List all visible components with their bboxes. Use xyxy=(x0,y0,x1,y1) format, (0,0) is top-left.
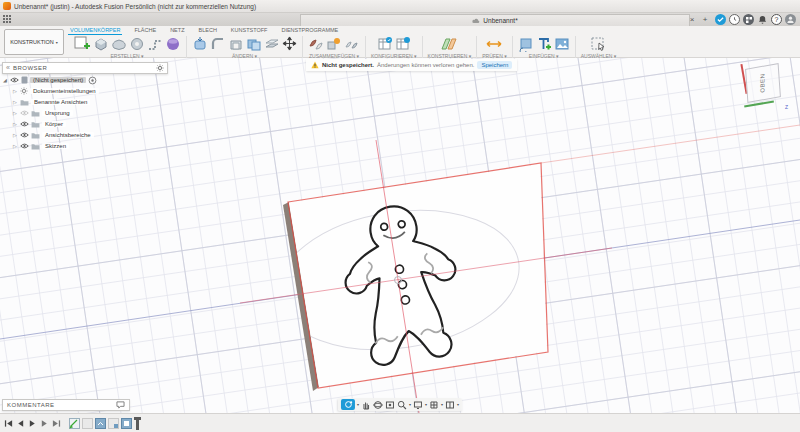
expander-icon[interactable]: ◢ xyxy=(2,77,8,83)
tab-blech[interactable]: BLECH xyxy=(197,26,219,35)
as-built-joint-icon[interactable] xyxy=(344,36,360,52)
history-clock-icon[interactable] xyxy=(729,14,740,25)
browser-item-label[interactable]: Ansichtsbereiche xyxy=(42,132,94,138)
create-sketch-icon[interactable] xyxy=(73,35,91,52)
free-orbit-icon[interactable] xyxy=(373,400,383,410)
save-button[interactable]: Speichern xyxy=(477,61,512,69)
gingerbread-left-eye[interactable] xyxy=(380,223,388,231)
browser-item-label[interactable]: Skizzen xyxy=(42,143,69,149)
joint-icon[interactable] xyxy=(326,36,342,52)
go-to-end-icon[interactable] xyxy=(52,419,61,428)
pipe-icon[interactable] xyxy=(147,36,163,52)
shell-icon[interactable] xyxy=(228,36,244,52)
visibility-eye-icon[interactable] xyxy=(20,121,29,127)
visibility-eye-icon[interactable] xyxy=(20,132,29,138)
fillet-icon[interactable] xyxy=(210,36,226,52)
data-panel-toggle-icon[interactable] xyxy=(3,15,13,24)
tab-kunststoff[interactable]: KUNSTSTOFF xyxy=(229,26,270,35)
close-tab-icon[interactable]: × xyxy=(686,15,698,24)
grid-snap-icon[interactable] xyxy=(429,400,439,410)
expander-icon[interactable]: ▷ xyxy=(12,132,18,138)
press-pull-icon[interactable] xyxy=(192,36,208,52)
offset-face-icon[interactable] xyxy=(264,36,280,52)
expander-icon[interactable]: ▷ xyxy=(12,88,18,94)
browser-item-ansichtsbereiche[interactable]: ▷ Ansichtsbereiche xyxy=(2,130,168,140)
tab-volumenkoerper[interactable]: VOLUMENKÖRPER xyxy=(68,26,122,35)
caret-down-icon[interactable]: ▾ xyxy=(441,402,443,407)
zoom-magnifier-icon[interactable] xyxy=(397,400,407,410)
document-tab[interactable]: Unbenannt* xyxy=(300,14,690,26)
insert-image-icon[interactable] xyxy=(554,36,570,52)
select-icon[interactable] xyxy=(590,36,607,52)
expander-icon[interactable]: ▷ xyxy=(12,110,18,116)
timeline-sketch-feature[interactable] xyxy=(69,418,80,429)
collapse-panel-icon[interactable]: « xyxy=(6,63,10,73)
coil-icon[interactable] xyxy=(129,36,145,52)
create-form-icon[interactable] xyxy=(165,36,181,52)
tab-dienstprogramme[interactable]: DIENSTPROGRAMME xyxy=(279,26,340,35)
browser-settings-gear-icon[interactable] xyxy=(156,64,164,72)
combine-icon[interactable] xyxy=(246,36,262,52)
timeline-extrude-feature[interactable] xyxy=(95,418,106,429)
expander-icon[interactable]: ▷ xyxy=(12,121,18,127)
step-forward-icon[interactable] xyxy=(40,419,49,428)
visibility-eye-icon[interactable] xyxy=(20,110,29,116)
revolve-icon[interactable] xyxy=(111,36,127,52)
extensions-icon[interactable] xyxy=(743,14,754,25)
browser-item-skizzen[interactable]: ▷ Skizzen xyxy=(2,141,168,151)
browser-item-label[interactable]: Ursprung xyxy=(42,110,73,116)
measure-icon[interactable] xyxy=(485,36,503,52)
comment-bubble-icon[interactable] xyxy=(116,401,125,409)
pan-hand-icon[interactable] xyxy=(361,400,371,410)
user-avatar[interactable] xyxy=(785,14,796,25)
viewcube-top-face[interactable]: OBEN xyxy=(745,63,781,103)
root-label[interactable]: (Nicht gespeichert) xyxy=(30,77,86,83)
activate-component-icon[interactable] xyxy=(88,76,97,85)
caret-down-icon[interactable]: ▾ xyxy=(409,402,411,407)
visibility-eye-icon[interactable] xyxy=(20,143,29,149)
look-at-icon[interactable] xyxy=(385,400,395,410)
insert-text-icon[interactable] xyxy=(536,36,552,52)
caret-down-icon[interactable]: ▾ xyxy=(457,402,459,407)
insert-canvas-icon[interactable] xyxy=(518,36,534,52)
expander-icon[interactable]: ▷ xyxy=(12,99,18,105)
comments-panel[interactable]: KOMMENTARE xyxy=(2,399,130,411)
browser-item-benannte-ansichten[interactable]: ▷ Benannte Ansichten xyxy=(2,97,168,107)
expander-icon[interactable]: ▷ xyxy=(12,143,18,149)
construction-plane-icon[interactable] xyxy=(440,36,458,52)
new-tab-icon[interactable]: + xyxy=(699,15,711,24)
extrude-icon[interactable] xyxy=(93,36,109,52)
timeline-feature[interactable] xyxy=(108,418,119,429)
tab-flaeche[interactable]: FLÄCHE xyxy=(132,26,158,35)
viewcube[interactable]: OBEN Z xyxy=(742,64,788,110)
tab-netz[interactable]: NETZ xyxy=(168,26,186,35)
viewports-icon[interactable] xyxy=(445,400,455,410)
browser-item-koerper[interactable]: ▷ Körper xyxy=(2,119,168,129)
configuration-insert-icon[interactable] xyxy=(395,36,411,52)
gingerbread-right-eye[interactable] xyxy=(398,220,406,228)
notifications-bell-icon[interactable] xyxy=(757,14,768,25)
browser-item-label[interactable]: Benannte Ansichten xyxy=(31,99,90,105)
new-component-icon[interactable] xyxy=(308,36,324,52)
timeline-feature[interactable] xyxy=(82,418,93,429)
browser-item-label[interactable]: Körper xyxy=(42,121,66,127)
workspace-selector-button[interactable]: KONSTRUKTION ▾ xyxy=(4,29,64,55)
step-back-icon[interactable] xyxy=(16,419,25,428)
caret-down-icon[interactable]: ▾ xyxy=(357,402,359,407)
configuration-table-icon[interactable] xyxy=(377,36,393,52)
go-to-start-icon[interactable] xyxy=(4,419,13,428)
visibility-eye-icon[interactable] xyxy=(10,77,19,83)
viewcube-face-label[interactable]: OBEN xyxy=(760,73,766,93)
job-status-icon[interactable] xyxy=(715,14,726,25)
browser-item-label[interactable]: Dokumenteinstellungen xyxy=(30,88,99,94)
display-settings-icon[interactable] xyxy=(413,400,423,410)
caret-down-icon[interactable]: ▾ xyxy=(425,402,427,407)
help-icon[interactable]: ? xyxy=(771,14,782,25)
play-icon[interactable] xyxy=(28,419,37,428)
orbit-tool-active[interactable] xyxy=(341,399,355,410)
timeline-position-marker[interactable] xyxy=(136,417,139,430)
model-viewport[interactable]: Nicht gespeichert. Änderungen können ver… xyxy=(0,58,800,413)
browser-item-dokumenteinstellungen[interactable]: ▷ Dokumenteinstellungen xyxy=(2,86,168,96)
browser-root-row[interactable]: ◢ (Nicht gespeichert) xyxy=(2,75,168,85)
timeline-extrude-feature[interactable] xyxy=(121,418,132,429)
